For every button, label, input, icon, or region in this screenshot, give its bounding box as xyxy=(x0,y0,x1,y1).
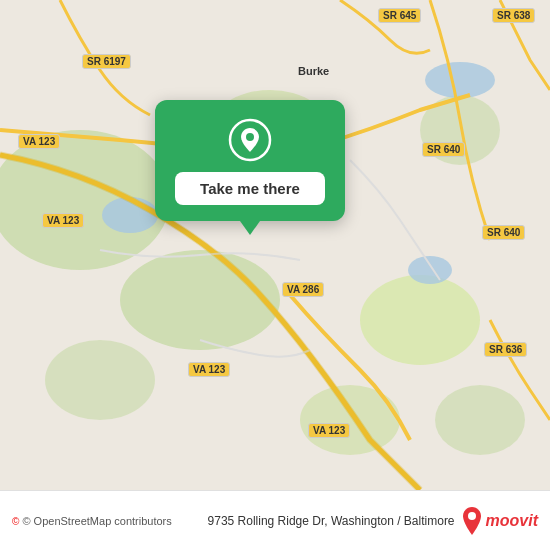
moovit-pin-icon xyxy=(461,507,483,535)
map-container: VA 123 VA 123 VA 123 VA 123 SR 645 SR 63… xyxy=(0,0,550,490)
svg-point-4 xyxy=(360,275,480,365)
map-svg xyxy=(0,0,550,490)
address-text: 9735 Rolling Ridge Dr, Washington / Balt… xyxy=(208,514,455,528)
svg-point-10 xyxy=(425,62,495,98)
popup-card: Take me there xyxy=(155,100,345,221)
take-me-there-button[interactable]: Take me there xyxy=(175,172,325,205)
svg-point-3 xyxy=(120,250,280,350)
moovit-logo: moovit xyxy=(461,507,538,535)
svg-point-7 xyxy=(45,340,155,420)
copyright-section: © © OpenStreetMap contributors xyxy=(12,515,172,527)
road-label-va123-bot2: VA 123 xyxy=(308,423,350,438)
road-label-va123-top: VA 123 xyxy=(18,134,60,149)
svg-point-13 xyxy=(246,133,254,141)
road-label-sr640-1: SR 640 xyxy=(422,142,465,157)
place-label-burke: Burke xyxy=(298,65,329,77)
svg-point-14 xyxy=(468,512,476,520)
moovit-brand-text: moovit xyxy=(486,512,538,530)
location-pin-icon xyxy=(228,118,272,162)
svg-point-8 xyxy=(435,385,525,455)
address-brand-section: 9735 Rolling Ridge Dr, Washington / Balt… xyxy=(208,507,538,535)
road-label-sr6197: SR 6197 xyxy=(82,54,131,69)
road-label-va123-mid: VA 123 xyxy=(42,213,84,228)
road-label-va123-bot: VA 123 xyxy=(188,362,230,377)
svg-point-11 xyxy=(408,256,452,284)
road-label-sr640-2: SR 640 xyxy=(482,225,525,240)
road-label-sr636: SR 636 xyxy=(484,342,527,357)
bottom-bar: © © OpenStreetMap contributors 9735 Roll… xyxy=(0,490,550,550)
road-label-va286: VA 286 xyxy=(282,282,324,297)
svg-point-6 xyxy=(300,385,400,455)
copyright-symbol: © xyxy=(12,516,19,527)
copyright-text: © OpenStreetMap contributors xyxy=(22,515,171,527)
road-label-sr645: SR 645 xyxy=(378,8,421,23)
road-label-sr638: SR 638 xyxy=(492,8,535,23)
